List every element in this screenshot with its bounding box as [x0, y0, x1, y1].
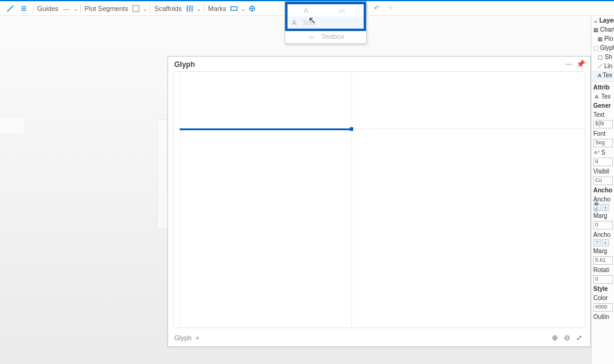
dropdown-text-option[interactable]: A Text [288, 16, 364, 29]
text-label: Text [591, 110, 614, 119]
undo-icon[interactable]: ↶ [372, 4, 381, 13]
redo-icon[interactable]: ↷ [385, 4, 395, 13]
separator [80, 4, 81, 13]
grid-icon: ▦ [598, 35, 603, 42]
minimize-icon[interactable]: — [565, 60, 573, 68]
glyph-icon: ⬚ [593, 44, 599, 51]
anchor-y-buttons: ⊤ ≡ [591, 239, 614, 247]
marks-dropdown[interactable] [241, 5, 245, 12]
grid-line [351, 72, 352, 327]
rotation-label: Rotati [591, 265, 614, 275]
size-row: AᴬS [591, 148, 614, 157]
svg-rect-5 [186, 5, 188, 12]
anchor-section: Ancho [591, 186, 614, 195]
separator [33, 4, 34, 13]
add-glyph-icon[interactable]: + [196, 334, 199, 341]
color-label: Color [591, 293, 614, 303]
faint-left-panel [0, 116, 24, 135]
grid-line [180, 72, 180, 327]
layer-text[interactable]: ATex [591, 71, 614, 80]
pin-icon[interactable]: 📌 [576, 60, 585, 68]
margin-label2: Marg [591, 247, 614, 256]
guides-icon[interactable]: ― [62, 4, 71, 13]
general-section: Gener [591, 101, 614, 110]
textbox-icon: ▭ [307, 33, 316, 41]
glyph-footer-label: Glyph [174, 334, 192, 341]
font-label: Font [591, 129, 614, 138]
layer-plotsegment[interactable]: ▦Plo [591, 34, 614, 43]
dropdown-row-top[interactable]: A ▭ [288, 4, 364, 16]
anchor-top-icon[interactable]: ⊤ [593, 239, 601, 247]
dropdown-highlighted-area: A ▭ A Text [285, 2, 366, 31]
layer-glyph[interactable]: ⬚Glyph [591, 43, 614, 52]
attr-selected: ATex [591, 92, 614, 101]
marks-rect-icon[interactable] [229, 4, 239, 13]
glyph-line-mark[interactable] [180, 128, 351, 130]
anchor-left-icon[interactable]: �千 [593, 204, 601, 211]
plotsegments-button[interactable]: Plot Segments [83, 5, 130, 12]
color-input[interactable]: #000 [593, 303, 613, 312]
layer-link[interactable]: ／Lin [591, 61, 614, 71]
glyph-footer: Glyph + [174, 334, 199, 341]
margin-label: Marg [591, 211, 614, 220]
glyph-panel: Glyph — 📌 Glyph + ⊕ ⊖ ⤢ [168, 56, 591, 347]
fontsize-icon: Aᴬ [593, 149, 600, 156]
anchor-mid-icon[interactable]: ≡ [602, 239, 609, 247]
image-icon: ▭ [337, 6, 346, 15]
visibility-label: Visibil [591, 167, 614, 176]
guides-dropdown[interactable] [73, 5, 78, 12]
dropdown-textbox-option[interactable]: ▭ Textbox [285, 31, 366, 43]
visibility-input[interactable]: Co [593, 177, 613, 185]
list-icon[interactable] [19, 4, 29, 13]
svg-line-0 [7, 5, 13, 12]
zoom-out-icon[interactable]: ⊖ [562, 333, 572, 343]
text-small-icon: A [598, 72, 602, 79]
glyph-canvas[interactable] [173, 71, 585, 328]
rotation-input[interactable]: 0 [593, 275, 613, 284]
margin-input[interactable]: 0 [593, 221, 613, 229]
text-dropdown-menu: A ▭ A Text ▭ Textbox [284, 1, 367, 44]
glyph-panel-controls: — 📌 [565, 60, 585, 68]
zoom-fit-icon[interactable]: ⤢ [574, 333, 584, 343]
dropdown-textbox-label: Textbox [321, 33, 344, 40]
margin-input2[interactable]: 5.61 [593, 256, 613, 265]
text-input[interactable]: ${fir [593, 120, 613, 128]
plotseg-dropdown[interactable] [143, 5, 147, 12]
glyph-zoom-controls: ⊕ ⊖ ⤢ [550, 333, 584, 343]
svg-rect-6 [189, 5, 191, 12]
chart-icon: ▦ [593, 26, 599, 33]
svg-rect-7 [191, 5, 193, 12]
separator [150, 4, 150, 13]
layers-section-title[interactable]: Layers [591, 16, 614, 25]
cursor-icon: ↖ [308, 15, 316, 26]
anchor-label2: Ancho [591, 230, 614, 239]
layer-chart[interactable]: ▦Chart [591, 25, 614, 34]
separator [203, 4, 204, 13]
svg-rect-8 [231, 7, 237, 10]
text-glyph-icon: A [290, 18, 298, 27]
right-panel: Layers ▦Chart ▦Plo ⬚Glyph ▢Sh ／Lin ATex … [591, 16, 614, 364]
glyph-line-handle[interactable] [350, 127, 353, 131]
anchor-x-buttons: �千 ┼ [591, 204, 614, 211]
shape-icon: ▢ [598, 54, 604, 60]
zoom-in-icon[interactable]: ⊕ [550, 333, 560, 343]
scaffolds-icon[interactable] [185, 4, 194, 13]
size-input[interactable]: 9 [593, 158, 613, 166]
layer-shape[interactable]: ▢Sh [591, 52, 614, 61]
font-input[interactable]: Seg [593, 139, 613, 147]
panel-separator [591, 81, 614, 82]
scaffolds-dropdown[interactable] [196, 5, 201, 12]
anchor-center-icon[interactable]: ┼ [602, 204, 609, 211]
attributes-section-title: Attrib [591, 83, 614, 92]
scaffolds-button[interactable]: Scaffolds [153, 5, 183, 12]
symbol-icon[interactable] [247, 4, 257, 13]
marks-button[interactable]: Marks [206, 5, 227, 12]
outline-label: Outlin [591, 312, 614, 321]
guides-button[interactable]: Guides [36, 5, 60, 12]
line-icon[interactable] [5, 4, 15, 13]
line-small-icon: ／ [598, 63, 603, 69]
plotseg-icon[interactable] [131, 4, 141, 13]
text-sel-icon: A [593, 93, 600, 100]
svg-rect-4 [133, 5, 139, 12]
glyph-title: Glyph [174, 60, 195, 69]
